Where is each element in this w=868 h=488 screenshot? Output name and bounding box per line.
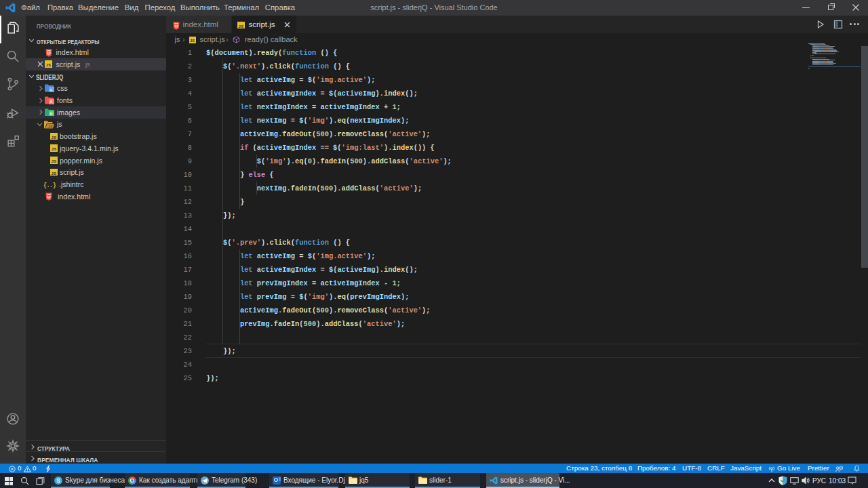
- svg-text:JS: JS: [48, 125, 53, 129]
